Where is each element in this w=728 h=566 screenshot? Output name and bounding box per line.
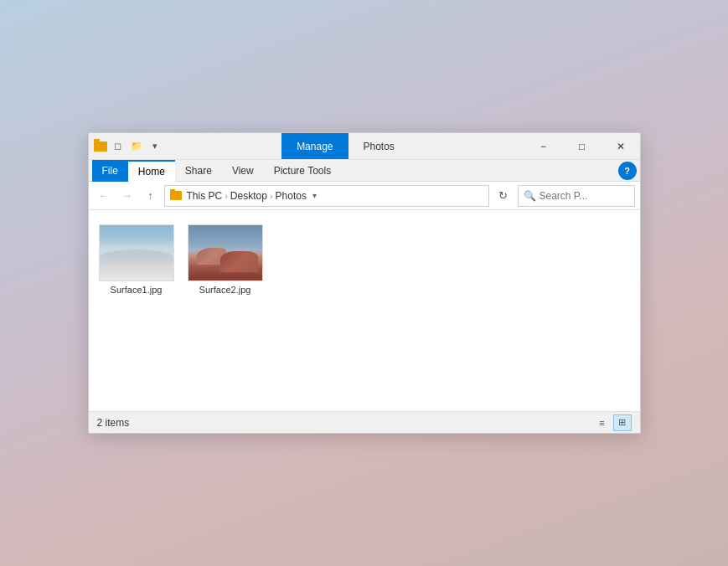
- title-bar: ◻ 📁 ▾ Manage Photos − □ ✕: [89, 133, 640, 160]
- new-folder-button[interactable]: 📁: [129, 139, 144, 154]
- title-tabs: Manage Photos: [281, 133, 410, 159]
- tab-file[interactable]: File: [92, 160, 128, 182]
- tab-home[interactable]: Home: [128, 160, 175, 182]
- tab-view[interactable]: View: [222, 160, 264, 182]
- file-item-surface1[interactable]: Surface1.jpg: [99, 220, 174, 299]
- manage-tab[interactable]: Manage: [281, 133, 348, 159]
- photos-title: Photos: [349, 133, 410, 159]
- large-icons-view-button[interactable]: ⊞: [613, 414, 632, 431]
- file-thumb-surface2: [188, 224, 263, 281]
- search-icon: 🔍: [524, 190, 536, 202]
- tab-picture-tools[interactable]: Picture Tools: [264, 160, 341, 182]
- ribbon-tabs: File Home Share View Picture Tools ?: [89, 160, 640, 182]
- properties-button[interactable]: ◻: [111, 139, 126, 154]
- thumbnail-surface2: [188, 224, 262, 281]
- path-this-pc: This PC: [187, 190, 223, 202]
- path-sep-1: ›: [225, 191, 228, 201]
- close-button[interactable]: ✕: [602, 133, 640, 160]
- details-view-button[interactable]: ≡: [593, 414, 612, 431]
- title-bar-left: ◻ 📁 ▾: [89, 133, 168, 159]
- file-label-surface1: Surface1.jpg: [111, 285, 163, 295]
- back-button[interactable]: ←: [94, 186, 114, 206]
- address-path[interactable]: This PC › Desktop › Photos ▾: [164, 185, 489, 207]
- path-folder-icon: [170, 191, 182, 200]
- status-bar: 2 items ≡ ⊞: [89, 411, 640, 433]
- path-desktop: Desktop: [230, 190, 267, 202]
- file-thumb-surface1: [99, 224, 174, 281]
- search-input[interactable]: [540, 190, 629, 202]
- path-photos: Photos: [276, 190, 307, 202]
- explorer-window: ◻ 📁 ▾ Manage Photos − □ ✕ File Home Shar…: [88, 132, 641, 434]
- file-area: Surface1.jpg Surface2.jpg: [89, 210, 640, 411]
- tab-share[interactable]: Share: [175, 160, 222, 182]
- path-chevron-button[interactable]: ▾: [307, 185, 323, 207]
- path-sep-2: ›: [270, 191, 273, 201]
- minimize-button[interactable]: −: [524, 133, 563, 160]
- folder-icon: [94, 142, 107, 152]
- search-box[interactable]: 🔍: [518, 185, 635, 207]
- file-label-surface2: Surface2.jpg: [199, 285, 251, 295]
- view-buttons: ≡ ⊞: [593, 414, 632, 431]
- up-button[interactable]: ↑: [141, 186, 161, 206]
- status-item-count: 2 items: [97, 417, 593, 429]
- file-item-surface2[interactable]: Surface2.jpg: [188, 220, 263, 299]
- maximize-button[interactable]: □: [563, 133, 602, 160]
- thumbnail-surface1: [100, 224, 173, 281]
- title-bar-controls: − □ ✕: [524, 133, 640, 159]
- address-bar: ← → ↑ This PC › Desktop › Photos ▾ ↻ 🔍: [89, 182, 640, 210]
- help-button[interactable]: ?: [618, 162, 637, 180]
- refresh-button[interactable]: ↻: [493, 185, 514, 207]
- qa-down-button[interactable]: ▾: [147, 139, 163, 154]
- title-bar-center: Manage Photos: [168, 133, 524, 159]
- forward-button[interactable]: →: [117, 186, 137, 206]
